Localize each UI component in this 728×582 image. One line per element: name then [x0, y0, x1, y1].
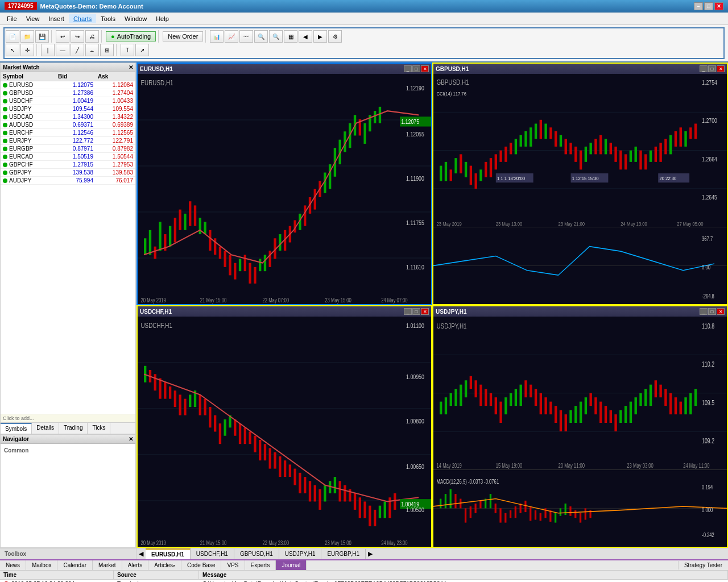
list-item[interactable]: EURJPY 122.772 122.791 [1, 137, 135, 145]
list-item[interactable]: GBPCHF 1.27915 1.27953 [1, 161, 135, 169]
symbol-name: EURUSD [9, 82, 33, 88]
tab-journal[interactable]: Journal [276, 560, 307, 570]
tab-calendar[interactable]: Calendar [57, 560, 93, 570]
svg-rect-264 [675, 397, 677, 414]
chart-eurusd-min[interactable]: _ [404, 65, 412, 72]
chart-usdchf-max[interactable]: □ [412, 308, 420, 315]
chart-gbpusd-close[interactable]: ✕ [717, 65, 725, 72]
menu-tools[interactable]: Tools [96, 14, 120, 23]
tab-scroll-left[interactable]: ◀ [136, 550, 146, 558]
svg-rect-174 [269, 448, 271, 468]
tab-symbols[interactable]: Symbols [1, 423, 32, 434]
chart-tab-eurgbp[interactable]: EURGBP,H1 [321, 549, 366, 559]
svg-rect-42 [329, 164, 331, 189]
toolbar-btn-new[interactable]: 📄 [6, 30, 19, 43]
toolbar-btn-save[interactable]: 💾 [35, 30, 49, 43]
list-item[interactable]: EURUSD 1.12075 1.12084 [1, 81, 135, 89]
svg-rect-8 [159, 222, 161, 251]
list-item[interactable]: EURCAD 1.50519 1.50544 [1, 153, 135, 161]
strategy-tester-button[interactable]: Strategy Tester [678, 561, 728, 569]
new-order-button[interactable]: New Order [163, 31, 203, 41]
toolbar-btn-undo[interactable]: ↩ [56, 30, 69, 43]
toolbar-trendline-btn[interactable]: ╱ [71, 44, 84, 56]
market-watch-close[interactable]: ✕ [129, 64, 133, 70]
svg-rect-256 [635, 397, 637, 414]
chart-gbpusd-max[interactable]: □ [708, 65, 716, 72]
menu-charts[interactable]: Charts [69, 14, 96, 23]
toolbar-btn-redo[interactable]: ↪ [71, 30, 84, 43]
toolbar-hline-btn[interactable]: — [56, 44, 69, 56]
tab-articles[interactable]: Articles₂ [148, 560, 181, 570]
tab-mailbox[interactable]: Mailbox [26, 560, 57, 570]
toolbar-btn-zoomout[interactable]: 🔍 [269, 30, 283, 43]
chart-usdjpy-body[interactable]: 110.8 110.2 109.5 109.2 USDJPY,H1 14 May… [433, 317, 727, 547]
chart-gbpusd-min[interactable]: _ [700, 65, 708, 72]
list-item[interactable]: AUDUSD 0.69371 0.69389 [1, 121, 135, 129]
menu-insert[interactable]: Insert [44, 14, 69, 23]
toolbar-fib-btn[interactable]: ⫠ [85, 44, 99, 56]
list-item[interactable]: AUDJPY 75.994 76.017 [1, 177, 135, 185]
menu-file[interactable]: File [2, 14, 22, 23]
chart-tab-eurusd[interactable]: EURUSD,H1 [146, 548, 191, 559]
tab-vps[interactable]: VPS [221, 560, 245, 570]
click-to-add[interactable]: Click to add... [1, 414, 135, 422]
chart-eurusd-max[interactable]: □ [412, 65, 420, 72]
navigator-close[interactable]: ✕ [129, 436, 133, 442]
toolbar-btn-chart1[interactable]: 📊 [210, 30, 224, 43]
toolbar-btn-chart2[interactable]: 📈 [225, 30, 238, 43]
toolbar-btn-grid[interactable]: ▦ [284, 30, 297, 43]
toolbar-btn-back[interactable]: ◀ [299, 30, 312, 43]
tab-trading[interactable]: Trading [59, 423, 88, 434]
tab-alerts[interactable]: Alerts [122, 560, 149, 570]
chart-eurusd-close[interactable]: ✕ [421, 65, 429, 72]
toolbar-btn-chart3[interactable]: 〰 [239, 30, 253, 43]
list-item[interactable]: EURCHF 1.12546 1.12565 [1, 129, 135, 137]
chart-tab-gbpusd[interactable]: GBPUSD,H1 [234, 549, 279, 559]
menu-window[interactable]: Window [120, 14, 151, 23]
close-button[interactable]: ✕ [714, 2, 723, 10]
chart-tab-usdchf[interactable]: USDCHF,H1 [191, 549, 234, 559]
toolbar-btn-zoomin[interactable]: 🔍 [254, 30, 268, 43]
chart-gbpusd-body[interactable]: 1.2754 1.2700 1.2664 1.2645 GBPUSD,H1 CC… [433, 74, 727, 304]
tab-news[interactable]: News [0, 560, 26, 570]
chart-usdchf-min[interactable]: _ [404, 308, 412, 315]
toolbar-text-btn[interactable]: T [121, 44, 134, 56]
chart-usdjpy-min[interactable]: _ [700, 308, 708, 315]
menu-help[interactable]: Help [151, 14, 173, 23]
toolbar-btn-prop[interactable]: ⚙ [328, 30, 342, 43]
toolbar-btn-print[interactable]: 🖨 [85, 30, 99, 43]
bid-cell: 109.544 [56, 105, 96, 113]
toolbar-period-btn[interactable]: ⊞ [100, 44, 114, 56]
svg-rect-307 [569, 506, 571, 516]
toolbar-arrow-btn[interactable]: ↗ [135, 44, 149, 56]
tab-codebase[interactable]: Code Base [181, 560, 221, 570]
toolbar-cross-btn[interactable]: ✛ [20, 44, 34, 56]
list-item[interactable]: EURGBP 0.87971 0.87982 [1, 145, 135, 153]
chart-usdjpy-max[interactable]: □ [708, 308, 716, 315]
toolbar-cursor-btn[interactable]: ↖ [6, 44, 19, 56]
toolbar-vline-btn[interactable]: | [41, 44, 55, 56]
tab-ticks[interactable]: Ticks [88, 423, 110, 434]
symbol-name: AUDUSD [9, 122, 33, 128]
chart-tab-usdjpy[interactable]: USDJPY,H1 [279, 549, 322, 559]
chart-usdchf-close[interactable]: ✕ [421, 308, 429, 315]
menu-view[interactable]: View [22, 14, 44, 23]
list-item[interactable]: USDJPY 109.544 109.554 [1, 105, 135, 113]
chart-usdjpy-close[interactable]: ✕ [717, 308, 725, 315]
tab-details[interactable]: Details [32, 423, 59, 434]
toolbar-btn-fwd[interactable]: ▶ [313, 30, 327, 43]
tab-market[interactable]: Market [93, 560, 122, 570]
chart-usdchf-body[interactable]: 1.00419 1.01100 1.00950 1.00800 1.00650 … [138, 317, 431, 547]
chart-usdchf-titlebar: USDCHF,H1 _ □ ✕ [138, 306, 431, 317]
maximize-button[interactable]: □ [704, 2, 713, 10]
list-item[interactable]: GBPJPY 139.538 139.583 [1, 169, 135, 177]
tab-experts[interactable]: Experts [245, 560, 276, 570]
minimize-button[interactable]: – [694, 2, 703, 10]
toolbar-btn-open[interactable]: 📁 [20, 30, 34, 43]
list-item[interactable]: USDCHF 1.00419 1.00433 [1, 97, 135, 105]
tab-scroll-right[interactable]: ▶ [366, 550, 375, 558]
list-item[interactable]: GBPUSD 1.27386 1.27404 [1, 89, 135, 97]
autotrading-button[interactable]: ● AutoTrading [106, 31, 156, 41]
list-item[interactable]: USDCAD 1.34300 1.34322 [1, 113, 135, 121]
chart-eurusd-body[interactable]: 1.12190 1.12055 1.11900 1.11755 1.11610 … [138, 74, 431, 304]
